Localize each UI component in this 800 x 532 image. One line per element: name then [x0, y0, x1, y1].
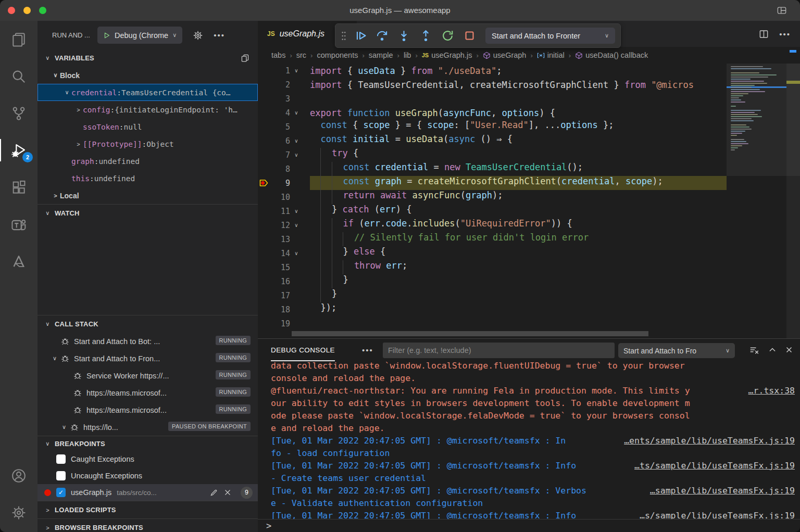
- code-line[interactable]: 19: [258, 316, 727, 331]
- call-stack-session-row[interactable]: ∨Start and Attach to Fron...RUNNING: [38, 350, 258, 367]
- code-area[interactable]: 1∨import { useData } from "./useData";2i…: [258, 64, 727, 338]
- scope-row[interactable]: >Local: [38, 187, 258, 204]
- code-line[interactable]: 2import { TeamsUserCredential, createMic…: [258, 78, 727, 92]
- breadcrumb-item[interactable]: initial: [537, 51, 565, 59]
- source-link[interactable]: …sample/lib/useTeamsFx.js:19: [650, 485, 795, 497]
- restart-button[interactable]: [438, 26, 457, 46]
- sidebar-item-run-and-debug[interactable]: 2: [0, 132, 38, 169]
- breadcrumb-item[interactable]: sample: [369, 51, 393, 59]
- fold-chevron-icon[interactable]: ∨: [290, 110, 303, 116]
- breadcrumb-item[interactable]: useData() callback: [575, 51, 648, 59]
- call-stack-section-header[interactable]: ∨ CALL STACK: [38, 315, 258, 333]
- code-line[interactable]: 12∨if (err.code.includes("UiRequiredErro…: [258, 218, 727, 232]
- breakpoint-checkbox[interactable]: ✓: [56, 488, 66, 497]
- remove-breakpoint-icon[interactable]: [223, 488, 232, 497]
- code-line[interactable]: 14∨} else {: [258, 246, 727, 260]
- code-line[interactable]: 17}: [258, 288, 727, 302]
- breadcrumb-item[interactable]: useGraph: [483, 51, 527, 59]
- edit-breakpoint-icon[interactable]: [209, 488, 218, 497]
- continue-button[interactable]: [350, 26, 370, 46]
- breakpoint-checkbox[interactable]: [56, 471, 66, 480]
- fold-chevron-icon[interactable]: ∨: [290, 250, 303, 256]
- code-line[interactable]: 4∨export function useGraph(asyncFunc, op…: [258, 106, 727, 120]
- variables-section-header[interactable]: ∨ VARIABLES: [38, 49, 258, 67]
- code-line[interactable]: 7∨try {: [258, 148, 727, 162]
- code-line[interactable]: 15throw err;: [258, 260, 727, 274]
- debug-session-dropdown[interactable]: Start and Attach to Fronter ∨: [485, 28, 615, 44]
- more-actions-icon[interactable]: •••: [214, 31, 225, 40]
- breakpoints-section-header[interactable]: ∨ BREAKPOINTS: [38, 436, 258, 451]
- step-into-button[interactable]: [394, 26, 414, 46]
- watch-section-header[interactable]: ∨ WATCH: [38, 204, 258, 222]
- maximize-panel-icon[interactable]: [768, 345, 777, 354]
- code-line[interactable]: 5const { scope } = { scope: ["User.Read"…: [258, 120, 727, 134]
- breadcrumb-item[interactable]: lib: [404, 51, 411, 59]
- source-link[interactable]: …ts/sample/lib/useTeamsFx.js:19: [634, 460, 795, 472]
- console-output[interactable]: data collection paste `window.localStora…: [258, 360, 799, 520]
- browser-breakpoints-section-header[interactable]: > BROWSER BREAKPOINTS: [38, 518, 258, 532]
- breadcrumb-item[interactable]: JSuseGraph.js: [422, 51, 472, 59]
- fold-chevron-icon[interactable]: ∨: [290, 68, 303, 73]
- split-editor-icon[interactable]: [759, 29, 769, 39]
- code-line[interactable]: 3: [258, 92, 727, 106]
- horizontal-scrollbar[interactable]: [292, 331, 648, 336]
- breadcrumb-item[interactable]: src: [296, 51, 306, 59]
- stop-button[interactable]: [459, 26, 479, 46]
- start-debug-icon[interactable]: [103, 32, 110, 39]
- sidebar-item-teams[interactable]: [0, 206, 38, 243]
- breakpoint-row[interactable]: Caught Exceptions: [38, 451, 258, 467]
- breakpoint-checkbox[interactable]: [56, 454, 66, 464]
- code-line[interactable]: 18});: [258, 302, 727, 316]
- source-link[interactable]: …r.tsx:38: [748, 385, 795, 397]
- breadcrumb-item[interactable]: components: [317, 51, 358, 59]
- code-line[interactable]: 1∨import { useData } from "./useData";: [258, 64, 727, 78]
- variable-row[interactable]: graph: undefined: [38, 153, 258, 170]
- step-out-button[interactable]: [416, 26, 435, 46]
- code-line[interactable]: 13// Silently fail for user didn't login…: [258, 232, 727, 246]
- drag-handle-icon[interactable]: [341, 31, 347, 41]
- fold-chevron-icon[interactable]: ∨: [290, 208, 303, 214]
- console-session-dropdown[interactable]: Start and Attach to Fro ∨: [618, 343, 735, 358]
- accounts-button[interactable]: [0, 457, 38, 494]
- code-line[interactable]: 6∨const initial = useData(async () ⇒ {: [258, 134, 727, 148]
- step-over-button[interactable]: [372, 26, 392, 46]
- call-stack-session-row[interactable]: https://teams.microsof...RUNNING: [38, 401, 258, 419]
- breakpoint-row[interactable]: ✓useGraph.jstabs/src/co...9: [38, 484, 258, 501]
- fold-chevron-icon[interactable]: ∨: [290, 152, 303, 158]
- settings-button[interactable]: [0, 494, 38, 531]
- source-link[interactable]: …s/sample/lib/useTeamsFx.js:19: [640, 510, 795, 520]
- code-line[interactable]: 11∨} catch (err) {: [258, 204, 727, 218]
- fold-chevron-icon[interactable]: ∨: [290, 138, 303, 144]
- sidebar-item-explorer[interactable]: [0, 21, 38, 58]
- copy-icon[interactable]: [241, 54, 249, 62]
- variable-row[interactable]: >config: {initiateLoginEndpoint: 'h…: [38, 101, 258, 118]
- launch-config-dropdown[interactable]: Debug (Chrome ∨: [97, 27, 182, 44]
- call-stack-session-row[interactable]: Start and Attach to Bot: ...RUNNING: [38, 333, 258, 350]
- variable-row[interactable]: this: undefined: [38, 170, 258, 187]
- close-panel-icon[interactable]: [784, 345, 794, 354]
- tab-debug-console[interactable]: DEBUG CONSOLE: [271, 339, 335, 361]
- code-line[interactable]: 16}: [258, 274, 727, 288]
- layout-icon[interactable]: [776, 6, 788, 15]
- more-actions-icon[interactable]: •••: [362, 339, 373, 362]
- code-line[interactable]: 8const credential = new TeamsUserCredent…: [258, 162, 727, 176]
- clear-console-icon[interactable]: [749, 345, 759, 356]
- loaded-scripts-section-header[interactable]: > LOADED SCRIPTS: [38, 501, 258, 518]
- sidebar-item-azure[interactable]: [0, 243, 38, 280]
- code-line[interactable]: 10return await asyncFunc(graph);: [258, 190, 727, 204]
- debug-current-line-icon[interactable]: [258, 179, 271, 187]
- source-link[interactable]: …ents/sample/lib/useTeamsFx.js:19: [624, 435, 795, 447]
- scope-row[interactable]: ∨Block: [38, 67, 258, 84]
- console-input-row[interactable]: >: [258, 519, 800, 532]
- breadcrumb-item[interactable]: tabs: [271, 51, 285, 59]
- call-stack-session-row[interactable]: Service Worker https://...RUNNING: [38, 367, 258, 384]
- code-line-current[interactable]: 9const graph = createMicrosoftGraphClien…: [258, 176, 727, 190]
- fold-chevron-icon[interactable]: ∨: [290, 222, 303, 228]
- more-actions-icon[interactable]: •••: [779, 30, 791, 39]
- breakpoint-row[interactable]: Uncaught Exceptions: [38, 467, 258, 484]
- sidebar-item-search[interactable]: [0, 58, 38, 95]
- debug-settings-gear-icon[interactable]: [193, 30, 203, 41]
- variable-row[interactable]: ∨credential: TeamsUserCredential {co…: [38, 84, 258, 101]
- variable-row[interactable]: ssoToken: null: [38, 118, 258, 135]
- console-filter-input[interactable]: [383, 343, 615, 358]
